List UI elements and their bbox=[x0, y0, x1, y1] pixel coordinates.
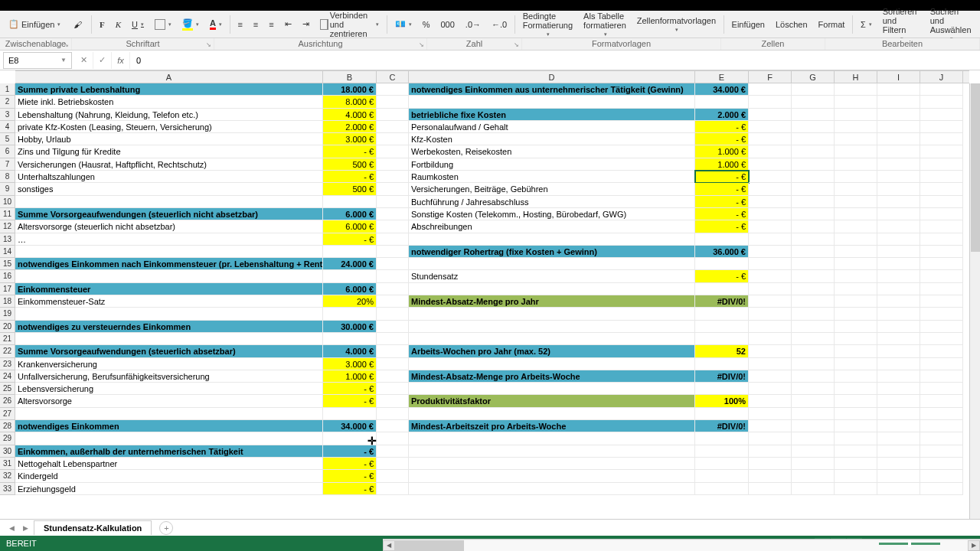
cell[interactable] bbox=[877, 333, 920, 345]
cell[interactable] bbox=[792, 196, 835, 208]
find-select-button[interactable]: Suchen und Auswählen▾ bbox=[926, 5, 977, 44]
cell[interactable]: Miete inkl. Betriebskosten bbox=[15, 96, 323, 108]
merge-button[interactable]: Verbinden und zentrieren▾ bbox=[315, 9, 384, 40]
sheet-tab[interactable]: Stundensatz-Kalkulation bbox=[34, 520, 152, 535]
cell[interactable] bbox=[695, 233, 749, 246]
cell[interactable] bbox=[877, 358, 920, 370]
cell[interactable] bbox=[749, 458, 792, 470]
number-format-button[interactable]: 💶▾ bbox=[390, 18, 416, 31]
cell[interactable] bbox=[835, 470, 877, 482]
cell[interactable]: - € bbox=[323, 458, 377, 470]
cell[interactable] bbox=[920, 96, 963, 108]
cell[interactable] bbox=[877, 483, 920, 495]
cell[interactable] bbox=[920, 333, 963, 345]
cell[interactable] bbox=[409, 283, 695, 295]
cell[interactable] bbox=[835, 145, 877, 158]
dec-dec-button[interactable]: ←.0 bbox=[487, 18, 511, 31]
cell[interactable]: notwendiges Einkommen nach Einkommensteu… bbox=[15, 258, 323, 270]
thousand-button[interactable]: 000 bbox=[436, 18, 459, 31]
insert-button[interactable]: Einfügen bbox=[727, 18, 769, 31]
cell[interactable]: 34.000 € bbox=[695, 83, 749, 96]
cell[interactable]: - € bbox=[323, 145, 377, 158]
cell[interactable] bbox=[323, 408, 377, 420]
cell[interactable] bbox=[792, 395, 835, 407]
cell[interactable]: Kfz-Kosten bbox=[409, 133, 695, 145]
cell[interactable] bbox=[409, 258, 695, 270]
cell[interactable] bbox=[377, 183, 409, 195]
fill-color-button[interactable]: 🪣▾ bbox=[178, 17, 204, 32]
italic-button[interactable]: K bbox=[111, 18, 126, 31]
cell[interactable] bbox=[792, 109, 835, 121]
cell[interactable] bbox=[749, 321, 792, 333]
cell[interactable] bbox=[15, 408, 323, 420]
cell[interactable] bbox=[749, 208, 792, 220]
cell[interactable]: Summe Vorsorgeaufwendungen (steuerlich a… bbox=[15, 345, 323, 357]
cell[interactable] bbox=[323, 270, 377, 282]
launcher-icon[interactable]: ↘ bbox=[204, 41, 212, 49]
cell[interactable] bbox=[877, 145, 920, 158]
cell[interactable] bbox=[920, 109, 963, 121]
cell[interactable] bbox=[835, 109, 877, 121]
cell[interactable] bbox=[920, 158, 963, 171]
accept-formula-button[interactable]: ✓ bbox=[93, 52, 112, 69]
cell[interactable] bbox=[835, 420, 877, 432]
cell[interactable] bbox=[792, 358, 835, 370]
cell[interactable]: Sonstige Kosten (Telekomm., Hosting, Bür… bbox=[409, 208, 695, 220]
cell[interactable] bbox=[877, 196, 920, 208]
cell[interactable]: Unterhaltszahlungen bbox=[15, 171, 323, 183]
cell[interactable]: 3.000 € bbox=[323, 133, 377, 145]
cell[interactable]: Versicherungen, Beiträge, Gebühren bbox=[409, 183, 695, 195]
cell[interactable] bbox=[695, 445, 749, 458]
cell[interactable] bbox=[877, 83, 920, 96]
cell[interactable] bbox=[877, 458, 920, 470]
cell[interactable] bbox=[695, 283, 749, 295]
cell[interactable] bbox=[749, 445, 792, 458]
cell[interactable] bbox=[835, 158, 877, 171]
cell[interactable]: #DIV/0! bbox=[695, 420, 749, 432]
cell[interactable] bbox=[749, 109, 792, 121]
cell[interactable]: 2.000 € bbox=[695, 109, 749, 121]
cell[interactable]: notwendiges Einkommen bbox=[15, 420, 323, 432]
cell[interactable] bbox=[835, 408, 877, 420]
cell[interactable]: 1.000 € bbox=[695, 158, 749, 171]
cell[interactable] bbox=[409, 458, 695, 470]
cell[interactable] bbox=[877, 432, 920, 445]
cell[interactable] bbox=[792, 308, 835, 320]
cell[interactable] bbox=[749, 121, 792, 133]
scroll-left-button[interactable]: ◀ bbox=[383, 540, 395, 551]
cell[interactable] bbox=[15, 196, 323, 208]
cell[interactable]: - € bbox=[323, 383, 377, 395]
cell[interactable] bbox=[835, 483, 877, 495]
cell[interactable] bbox=[749, 258, 792, 270]
cell[interactable] bbox=[835, 270, 877, 282]
cell[interactable] bbox=[695, 358, 749, 370]
cell[interactable] bbox=[377, 83, 409, 96]
cell[interactable] bbox=[377, 283, 409, 295]
cell[interactable]: Erziehungsgeld bbox=[15, 483, 323, 495]
cell[interactable]: 8.000 € bbox=[323, 96, 377, 108]
cell[interactable]: Krankenversicherung bbox=[15, 358, 323, 370]
vertical-scrollbar[interactable] bbox=[969, 83, 980, 519]
cell[interactable] bbox=[835, 171, 877, 183]
cell[interactable] bbox=[835, 121, 877, 133]
delete-button[interactable]: Löschen bbox=[771, 18, 812, 31]
cell[interactable] bbox=[377, 345, 409, 357]
cell[interactable] bbox=[835, 370, 877, 383]
cell[interactable] bbox=[792, 283, 835, 295]
cell[interactable] bbox=[15, 432, 323, 445]
cell[interactable] bbox=[377, 109, 409, 121]
cell[interactable] bbox=[835, 358, 877, 370]
cell[interactable]: - € bbox=[323, 470, 377, 482]
cell[interactable]: 3.000 € bbox=[323, 358, 377, 370]
cell[interactable] bbox=[377, 208, 409, 220]
cell[interactable] bbox=[749, 358, 792, 370]
cell[interactable] bbox=[749, 470, 792, 482]
cell[interactable] bbox=[835, 258, 877, 270]
cell[interactable]: Zins und Tilgung für Kredite bbox=[15, 145, 323, 158]
cell[interactable] bbox=[835, 196, 877, 208]
launcher-icon[interactable]: ↘ bbox=[512, 41, 520, 49]
cell[interactable] bbox=[377, 133, 409, 145]
cell[interactable] bbox=[749, 308, 792, 320]
cell[interactable] bbox=[792, 121, 835, 133]
cell[interactable] bbox=[749, 345, 792, 357]
